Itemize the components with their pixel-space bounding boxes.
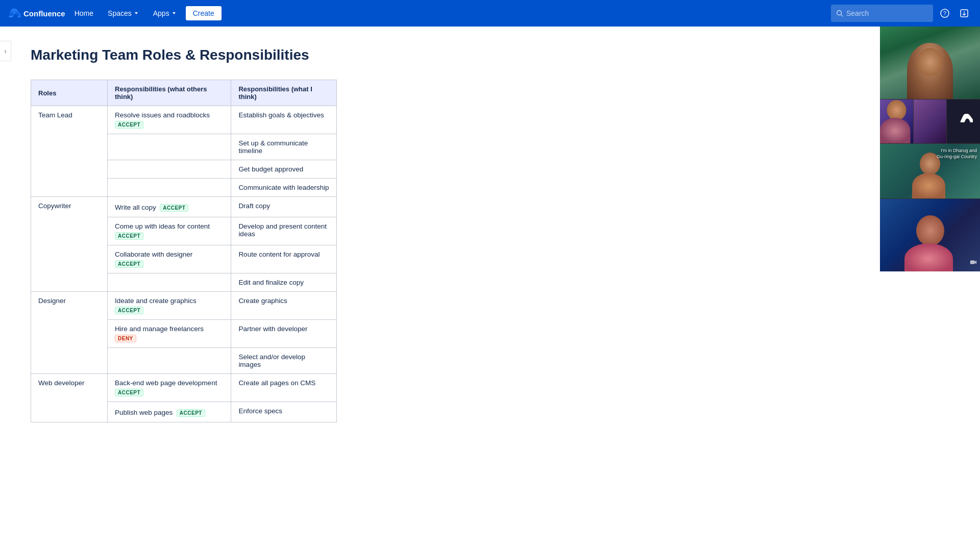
roles-table: Roles Responsibilities (what others thin…: [31, 80, 337, 422]
col-others: Responsibilities (what others think): [108, 80, 231, 106]
mine-cell: Partner with developer: [231, 320, 337, 348]
mine-cell: Create all pages on CMS: [231, 374, 337, 402]
video-tile-2: [880, 99, 913, 143]
others-cell: [108, 134, 231, 160]
mine-cell: Create graphics: [231, 292, 337, 320]
others-cell: Ideate and create graphics ACCEPT: [108, 292, 231, 320]
video-tile-4-logo: [947, 99, 980, 143]
badge-accept: ACCEPT: [115, 232, 143, 240]
signin-button[interactable]: [957, 6, 972, 21]
svg-text:?: ?: [943, 10, 946, 16]
sidebar-toggle[interactable]: ›: [0, 41, 11, 61]
badge-deny: DENY: [115, 335, 136, 342]
video-panel: I'm in Dharug andGu-ring-gai Country: [880, 27, 980, 271]
spaces-link[interactable]: Spaces: [103, 6, 144, 20]
badge-accept: ACCEPT: [177, 409, 205, 417]
svg-point-0: [837, 11, 842, 15]
navigation: Confluence Home Spaces Apps Create Searc…: [0, 0, 980, 27]
others-cell: Collaborate with designer ACCEPT: [108, 245, 231, 273]
home-link[interactable]: Home: [69, 6, 99, 20]
table-row: Designer Ideate and create graphics ACCE…: [31, 292, 337, 320]
role-cell: Copywriter: [31, 197, 108, 292]
video-tile-5: I'm in Dharug andGu-ring-gai Country: [880, 144, 980, 198]
confluence-logo[interactable]: Confluence: [8, 7, 65, 19]
mine-cell: Communicate with leadership: [231, 179, 337, 197]
video-row-middle: [880, 99, 980, 143]
search-bar[interactable]: Search: [831, 5, 933, 22]
search-icon: [836, 10, 843, 17]
col-roles: Roles: [31, 80, 108, 106]
others-cell: Hire and manage freelancers DENY: [108, 320, 231, 348]
page-title: Marketing Team Roles & Responsibilities: [31, 47, 582, 63]
atlassian-logo-icon: [954, 112, 973, 131]
svg-line-1: [841, 15, 843, 17]
main-content: Marketing Team Roles & Responsibilities …: [0, 27, 612, 463]
mine-cell: Set up & communicate timeline: [231, 134, 337, 160]
help-icon: ?: [940, 9, 949, 18]
role-cell: Designer: [31, 292, 108, 374]
table-row: Copywriter Write all copy ACCEPT Draft c…: [31, 197, 337, 217]
table-row: Team Lead Resolve issues and roadblocks …: [31, 106, 337, 134]
others-cell: [108, 179, 231, 197]
help-button[interactable]: ?: [937, 6, 952, 21]
badge-accept: ACCEPT: [115, 260, 143, 268]
others-cell: Come up with ideas for content ACCEPT: [108, 217, 231, 245]
mine-cell: Get budget approved: [231, 160, 337, 179]
video-tile-6: [880, 199, 980, 271]
mine-cell: Edit and finalize copy: [231, 273, 337, 292]
table-row: Web developer Back-end web page developm…: [31, 374, 337, 402]
mine-cell: Enforce specs: [231, 402, 337, 422]
badge-accept: ACCEPT: [160, 204, 188, 212]
others-cell: Resolve issues and roadblocks ACCEPT: [108, 106, 231, 134]
video-tile-1: [880, 27, 980, 99]
badge-accept: ACCEPT: [115, 389, 143, 396]
video-icon: [970, 259, 977, 266]
table-header-row: Roles Responsibilities (what others thin…: [31, 80, 337, 106]
badge-accept: ACCEPT: [115, 121, 143, 129]
apps-link[interactable]: Apps: [148, 6, 182, 20]
others-cell: Back-end web page development ACCEPT: [108, 374, 231, 402]
others-cell: [108, 273, 231, 292]
signin-icon: [960, 9, 969, 18]
others-cell: [108, 348, 231, 374]
create-button[interactable]: Create: [186, 6, 222, 20]
mine-cell: Draft copy: [231, 197, 337, 217]
others-cell: [108, 160, 231, 179]
others-cell: Write all copy ACCEPT: [108, 197, 231, 217]
mine-cell: Select and/or develop images: [231, 348, 337, 374]
others-cell: Publish web pages ACCEPT: [108, 402, 231, 422]
mine-cell: Route content for approval: [231, 245, 337, 273]
col-mine: Responsibilities (what I think): [231, 80, 337, 106]
badge-accept: ACCEPT: [115, 307, 143, 314]
role-cell: Team Lead: [31, 106, 108, 197]
mine-cell: Establish goals & objectives: [231, 106, 337, 134]
role-cell: Web developer: [31, 374, 108, 422]
mine-cell: Develop and present content ideas: [231, 217, 337, 245]
video-tile-3: [914, 99, 947, 143]
svg-rect-5: [970, 261, 975, 264]
